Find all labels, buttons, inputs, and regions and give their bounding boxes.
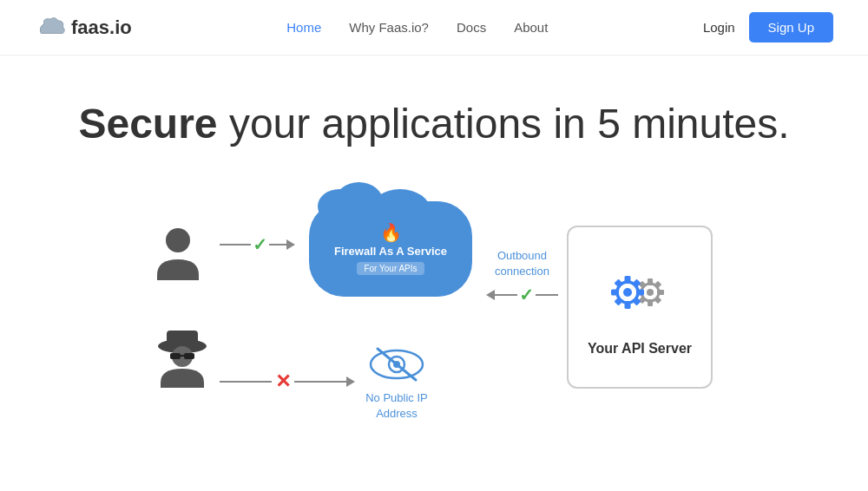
cloud-title: Firewall As A Service — [334, 245, 447, 259]
navbar: faas.io Home Why Faas.io? Docs About Log… — [0, 0, 868, 56]
arrow-right-2 — [346, 376, 355, 387]
svg-rect-24 — [625, 301, 631, 309]
svg-rect-14 — [648, 299, 653, 306]
user-icon — [155, 226, 209, 280]
svg-rect-5 — [184, 353, 194, 359]
nav-about[interactable]: About — [514, 20, 548, 35]
hero-section: Secure your applications in 5 minutes. — [0, 56, 868, 167]
cloud-box: 🔥 Firewall As A Service For Your APIs — [309, 201, 472, 297]
hero-title: Secure your applications in 5 minutes. — [52, 99, 816, 149]
no-public-block: No Public IP Address — [365, 342, 428, 422]
arrow-left — [486, 290, 495, 300]
api-server-box: Your API Server — [567, 226, 713, 389]
dash5 — [495, 294, 517, 296]
check-mark-2: ✓ — [519, 285, 534, 305]
bottom-flow-row: ✕ No Public IP Address — [220, 342, 486, 422]
dash4 — [294, 381, 346, 383]
svg-point-0 — [166, 228, 190, 252]
svg-rect-25 — [611, 289, 619, 295]
svg-rect-2 — [167, 331, 198, 348]
outbound-arrow-row: ✓ — [486, 285, 558, 305]
login-button[interactable]: Login — [703, 20, 735, 35]
top-flow-row: ✓ 🔥 Firewall As A Service For Your APIs — [220, 193, 486, 297]
svg-rect-29 — [615, 297, 623, 305]
logo[interactable]: faas.io — [35, 16, 132, 40]
outbound-area: Outboundconnection ✓ — [486, 248, 558, 305]
svg-rect-16 — [657, 290, 664, 295]
outbound-label: Outboundconnection — [495, 248, 549, 279]
nav-actions: Login Sign Up — [703, 12, 833, 43]
hero-title-rest: your applications in 5 minutes. — [218, 101, 790, 147]
right-section: Outboundconnection ✓ — [486, 226, 713, 389]
nav-why[interactable]: Why Faas.io? — [349, 20, 429, 35]
logo-icon — [35, 16, 66, 40]
svg-rect-26 — [636, 289, 644, 295]
flow-rows: ✓ 🔥 Firewall As A Service For Your APIs — [220, 193, 486, 422]
svg-rect-13 — [648, 278, 653, 285]
svg-rect-30 — [633, 297, 641, 305]
no-public-label: No Public IP Address — [365, 390, 428, 422]
dash6 — [536, 294, 558, 296]
left-users — [155, 226, 209, 388]
nav-links: Home Why Faas.io? Docs About — [286, 20, 548, 35]
cross-mark: ✕ — [275, 370, 291, 393]
svg-point-12 — [647, 289, 654, 296]
svg-rect-23 — [625, 276, 631, 284]
gear-icons — [598, 258, 681, 329]
flame-icon: 🔥 — [380, 222, 402, 243]
signup-button[interactable]: Sign Up — [749, 12, 833, 43]
diagram: ✓ 🔥 Firewall As A Service For Your APIs — [0, 167, 868, 422]
hero-title-bold: Secure — [78, 101, 217, 147]
arrow-right-1 — [286, 239, 295, 250]
logo-text: faas.io — [71, 16, 132, 39]
cloud-subtitle: For Your APIs — [357, 262, 424, 275]
row-spacer — [220, 297, 486, 342]
check-mark: ✓ — [253, 234, 267, 255]
nav-docs[interactable]: Docs — [457, 20, 486, 35]
svg-rect-4 — [170, 353, 181, 359]
hacker-icon — [155, 329, 209, 388]
dash2 — [269, 244, 286, 245]
nav-home[interactable]: Home — [286, 20, 321, 35]
svg-rect-27 — [615, 278, 623, 287]
svg-point-22 — [623, 288, 632, 297]
cloud-container: 🔥 Firewall As A Service For Your APIs — [309, 201, 472, 297]
eye-slash-icon — [365, 342, 428, 387]
dash1 — [220, 244, 251, 245]
api-server-label: Your API Server — [588, 341, 692, 357]
dash3 — [220, 381, 272, 383]
svg-rect-28 — [633, 278, 641, 287]
